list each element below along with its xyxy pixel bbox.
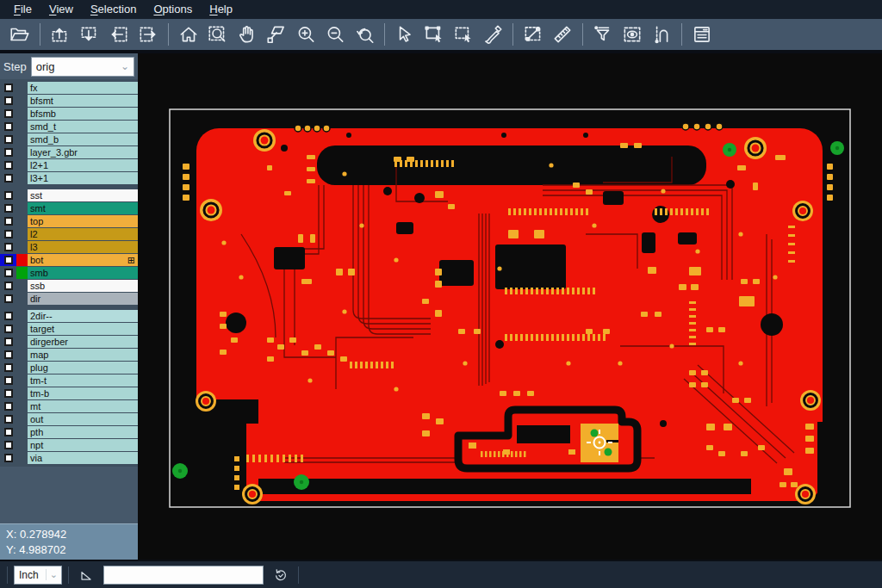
open-folder-button[interactable] [5, 21, 34, 48]
pcb-viewport[interactable] [138, 53, 882, 560]
brush-button[interactable] [478, 21, 507, 48]
layer-row-fx[interactable]: fx [0, 82, 138, 94]
select-rect-button[interactable] [419, 21, 449, 48]
angle-corner-button[interactable] [75, 565, 97, 585]
layer-row-layer_3.gbr[interactable]: layer_3.gbr [0, 146, 138, 158]
layer-row-sst[interactable]: sst [0, 189, 138, 201]
layer-checkbox[interactable] [0, 349, 16, 361]
menu-selection[interactable]: Selection [82, 0, 145, 19]
menu-view[interactable]: View [40, 0, 82, 19]
layer-row-out[interactable]: out [0, 413, 138, 425]
layer-checkbox[interactable] [0, 452, 16, 464]
layer-row-l3+1[interactable]: l3+1 [0, 172, 138, 184]
zoom-in-button[interactable] [291, 21, 320, 48]
layer-row-via[interactable]: via [0, 452, 138, 464]
report-button[interactable] [687, 21, 717, 48]
layer-row-bot[interactable]: bot⊞ [0, 254, 138, 266]
layer-color-swatch [16, 280, 28, 292]
layer-row-pth[interactable]: pth [0, 426, 138, 438]
layer-row-map[interactable]: map [0, 349, 138, 361]
zoom-out-button[interactable] [320, 21, 350, 48]
menu-help[interactable]: Help [201, 0, 241, 19]
layer-checkbox[interactable] [0, 400, 16, 412]
layer-color-swatch [16, 387, 28, 399]
layer-row-dir[interactable]: dir [0, 293, 138, 305]
layer-checkbox[interactable] [0, 310, 16, 322]
layer-checkbox[interactable] [0, 241, 16, 253]
layer-row-plug[interactable]: plug [0, 362, 138, 374]
command-input[interactable] [103, 566, 264, 585]
layer-color-swatch [16, 108, 28, 120]
layer-row-npt[interactable]: npt [0, 439, 138, 451]
layer-checkbox[interactable] [0, 439, 16, 451]
menu-options[interactable]: Options [145, 0, 201, 19]
layer-row-bfsmt[interactable]: bfsmt [0, 95, 138, 107]
layer-row-tm-b[interactable]: tm-b [0, 387, 138, 399]
step-select[interactable]: orig ⌄ [31, 57, 134, 77]
layer-row-top[interactable]: top [0, 215, 138, 227]
filter-button[interactable] [588, 21, 618, 48]
layer-row-smd_t[interactable]: smd_t [0, 121, 138, 133]
layer-row-l2[interactable]: l2 [0, 228, 138, 240]
layer-row-dirgerber[interactable]: dirgerber [0, 336, 138, 348]
layer-row-smd_b[interactable]: smd_b [0, 133, 138, 145]
layer-checkbox[interactable] [0, 426, 16, 438]
layer-row-target[interactable]: target [0, 323, 138, 335]
pcb-drawing [138, 53, 882, 560]
layer-checkbox[interactable] [0, 121, 16, 133]
snap-magnet-button[interactable] [647, 21, 676, 48]
layer-row-smb[interactable]: smb [0, 267, 138, 279]
view-eye-button[interactable] [618, 21, 647, 48]
coord-x: X: 0.278942 [6, 527, 138, 542]
layer-checkbox[interactable] [0, 146, 16, 158]
layer-row-ssb[interactable]: ssb [0, 280, 138, 292]
chevron-down-icon: ⌄ [46, 569, 61, 580]
menu-file[interactable]: File [5, 0, 40, 19]
layer-row-l2+1[interactable]: l2+1 [0, 159, 138, 171]
layer-checkbox[interactable] [0, 189, 16, 201]
zoom-previous-button[interactable] [350, 21, 379, 48]
layer-checkbox[interactable] [0, 95, 16, 107]
layer-row-2dir--[interactable]: 2dir-- [0, 310, 138, 322]
ruler-button[interactable] [548, 21, 577, 48]
layer-checkbox[interactable] [0, 254, 16, 266]
layer-checkbox[interactable] [0, 267, 16, 279]
layer-checkbox[interactable] [0, 228, 16, 240]
layer-checkbox[interactable] [0, 172, 16, 184]
layer-checkbox[interactable] [0, 336, 16, 348]
layer-checkbox[interactable] [0, 374, 16, 387]
layer-checkbox[interactable] [0, 108, 16, 120]
layer-label: dir [28, 293, 138, 305]
layer-row-l3[interactable]: l3 [0, 241, 138, 253]
layer-checkbox[interactable] [0, 202, 16, 214]
layer-checkbox[interactable] [0, 280, 16, 292]
box-arrow-left-button[interactable] [104, 21, 134, 48]
layer-checkbox[interactable] [0, 133, 16, 145]
cursor-button[interactable] [390, 21, 419, 48]
layer-checkbox[interactable] [0, 82, 16, 94]
layer-checkbox[interactable] [0, 323, 16, 335]
zoom-region-button[interactable] [203, 21, 233, 48]
open-folder-icon [9, 23, 31, 46]
box-arrow-right-button[interactable] [134, 21, 163, 48]
unit-select[interactable]: Inch ⌄ [14, 566, 62, 585]
refresh-check-button[interactable] [270, 565, 292, 585]
layer-checkbox[interactable] [0, 159, 16, 171]
select-group-button[interactable] [449, 21, 478, 48]
layer-row-mt[interactable]: mt [0, 400, 138, 412]
layer-row-smt[interactable]: smt [0, 202, 138, 214]
home-button[interactable] [174, 21, 203, 48]
layer-row-bfsmb[interactable]: bfsmb [0, 108, 138, 120]
measure-shapes-button[interactable] [262, 21, 291, 48]
line-measure-button[interactable] [519, 21, 548, 48]
layer-checkbox[interactable] [0, 387, 16, 399]
layer-checkbox[interactable] [0, 293, 16, 305]
layer-checkbox[interactable] [0, 413, 16, 425]
layer-checkbox[interactable] [0, 215, 16, 227]
box-arrow-down-button[interactable] [75, 21, 104, 48]
pan-hand-button[interactable] [233, 21, 262, 48]
box-arrow-up-button[interactable] [46, 21, 75, 48]
layer-row-tm-t[interactable]: tm-t [0, 374, 138, 387]
layer-color-swatch [16, 202, 28, 214]
layer-checkbox[interactable] [0, 362, 16, 374]
